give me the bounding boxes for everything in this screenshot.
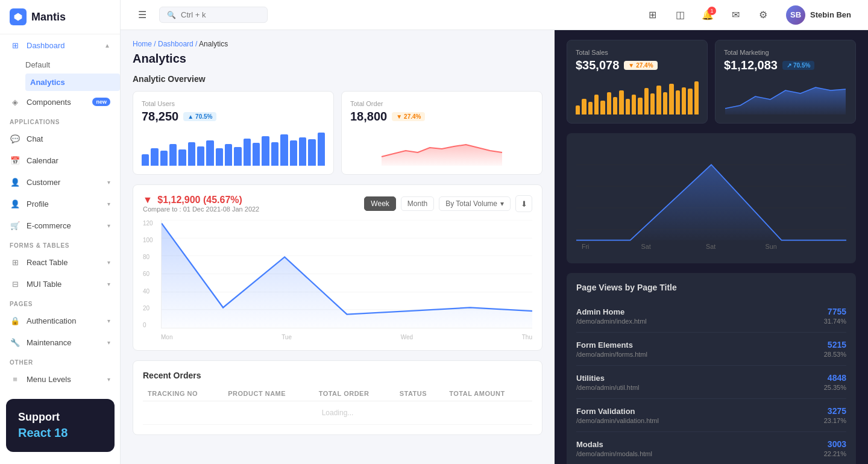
bar bbox=[216, 148, 223, 166]
stat-badge-sales: ▼ 27.4% bbox=[624, 61, 657, 70]
sidebar-item-mui-table[interactable]: ⊟ MUI Table ▾ bbox=[0, 273, 120, 295]
week-button[interactable]: Week bbox=[364, 196, 395, 211]
col-product: PRODUCT NAME bbox=[223, 386, 313, 401]
pv-pct-0: 31.74% bbox=[824, 318, 846, 325]
bar bbox=[669, 84, 673, 114]
stat-badge-users: ▲ 70.5% bbox=[183, 112, 216, 121]
income-overview-card: ▼ $1,12,900 (45.67%) Compare to : 01 Dec… bbox=[133, 184, 542, 351]
bar bbox=[169, 144, 177, 166]
sidebar-label-ecommerce: E-commerce bbox=[27, 221, 71, 230]
new-badge: new bbox=[92, 98, 110, 106]
sidebar-item-calendar[interactable]: 📅 Calendar bbox=[0, 149, 120, 171]
sidebar-item-menu-levels[interactable]: ≡ Menu Levels ▾ bbox=[0, 368, 120, 390]
sidebar-item-authentication[interactable]: 🔒 Authentication ▾ bbox=[0, 310, 120, 331]
sidebar-label-maintenance: Maintenance bbox=[27, 338, 71, 347]
y40: 40 bbox=[143, 288, 160, 295]
orders-table-body: Loading... bbox=[143, 401, 532, 425]
bar bbox=[234, 147, 241, 166]
bar bbox=[613, 97, 617, 114]
ecommerce-icon: 🛒 bbox=[10, 220, 20, 231]
y100: 100 bbox=[143, 237, 160, 243]
search-input[interactable] bbox=[181, 10, 260, 19]
hamburger-button[interactable]: ☰ bbox=[133, 5, 152, 25]
profile-icon: 👤 bbox=[10, 198, 20, 209]
breadcrumb-home[interactable]: Home bbox=[133, 40, 152, 48]
sidebar-item-customer[interactable]: 👤 Customer ▾ bbox=[0, 171, 120, 193]
sidebar-item-components[interactable]: ◈ Components new bbox=[0, 91, 120, 113]
stat-badge-orders-value: 27.4% bbox=[404, 113, 421, 120]
main-area: ☰ 🔍 ⊞ ◫ 🔔 1 ✉ ⚙ SB Stebin Ben bbox=[121, 0, 868, 464]
chart-yaxis: 120 100 80 60 40 20 0 bbox=[143, 220, 160, 328]
orders-table-header-row: TRACKING NO PRODUCT NAME TOTAL ORDER STA… bbox=[143, 386, 532, 401]
breadcrumb-analytics: Analytics bbox=[199, 40, 228, 48]
chevron-react-table-icon: ▾ bbox=[107, 259, 110, 266]
download-button[interactable]: ⬇ bbox=[515, 195, 532, 212]
orders-table: TRACKING NO PRODUCT NAME TOTAL ORDER STA… bbox=[143, 386, 532, 425]
bar bbox=[225, 144, 232, 166]
pv-stats-4: 3003 22.21% bbox=[824, 439, 846, 457]
notification-bell-button[interactable]: 🔔 1 bbox=[698, 5, 717, 25]
search-box[interactable]: 🔍 bbox=[159, 7, 268, 23]
bar bbox=[588, 102, 593, 114]
grid-icon-button[interactable]: ⊞ bbox=[643, 5, 662, 25]
notification-badge: 1 bbox=[708, 7, 716, 15]
recent-orders-title: Recent Orders bbox=[143, 371, 532, 380]
pv-url-0: /demo/admin/index.html bbox=[576, 318, 824, 325]
chevron-auth-icon: ▾ bbox=[107, 318, 110, 324]
logo[interactable]: Mantis bbox=[0, 0, 120, 34]
auth-icon: 🔒 bbox=[10, 315, 20, 326]
pv-info-1: Form Elements /demo/admin/forms.html bbox=[576, 340, 824, 358]
bar bbox=[650, 93, 655, 114]
breadcrumb-dashboard[interactable]: Dashboard bbox=[158, 40, 193, 48]
bar bbox=[576, 105, 580, 114]
bar bbox=[244, 139, 251, 166]
chevron-up-icon: ▲ bbox=[104, 42, 110, 49]
stat-badge-users-value: 70.5% bbox=[195, 113, 212, 120]
pv-info-3: Form Validation /demo/admin/validation.h… bbox=[576, 407, 824, 424]
dark-income-svg: Fri Sat Sat Sun bbox=[576, 143, 846, 251]
sidebar-item-chat[interactable]: 💬 Chat bbox=[0, 128, 120, 149]
pv-pct-4: 22.21% bbox=[824, 450, 846, 457]
sidebar-item-react-table[interactable]: ⊞ React Table ▾ bbox=[0, 251, 120, 273]
chevron-customer-icon: ▾ bbox=[107, 179, 110, 186]
mail-icon-button[interactable]: ✉ bbox=[726, 5, 745, 25]
chat-icon: 💬 bbox=[10, 133, 20, 144]
pv-title-3: Form Validation bbox=[576, 407, 824, 416]
analytic-overview-title: Analytic Overview bbox=[133, 74, 542, 84]
bar bbox=[619, 90, 623, 114]
stat-value-sales: $35,078 bbox=[576, 58, 619, 72]
bar bbox=[594, 95, 599, 114]
volume-select[interactable]: By Total Volume ▾ bbox=[439, 196, 511, 211]
sidebar-item-ecommerce[interactable]: 🛒 E-commerce ▾ bbox=[0, 215, 120, 236]
user-chip[interactable]: SB Stebin Ben bbox=[781, 3, 856, 27]
support-popup[interactable]: Support React 18 bbox=[6, 399, 115, 452]
bar bbox=[626, 99, 630, 114]
pv-title-4: Modals bbox=[576, 440, 824, 449]
settings-icon-button[interactable]: ⚙ bbox=[753, 5, 773, 25]
month-button[interactable]: Month bbox=[401, 196, 434, 211]
income-line-svg bbox=[162, 220, 532, 328]
sidebar-item-default[interactable]: Default bbox=[25, 56, 120, 74]
income-header: ▼ $1,12,900 (45.67%) Compare to : 01 Dec… bbox=[143, 195, 532, 213]
stat-cards-row: Total Users 78,250 ▲ 70.5% Total Order 1… bbox=[133, 91, 542, 175]
income-compare: Compare to : 01 Dec 2021-08 Jan 2022 bbox=[143, 205, 259, 213]
bar bbox=[638, 98, 642, 114]
sidebar-item-maintenance[interactable]: 🔧 Maintenance ▾ bbox=[0, 331, 120, 353]
dashboard-submenu: Default Analytics bbox=[0, 56, 120, 91]
bar bbox=[688, 89, 692, 114]
sidebar-item-profile[interactable]: 👤 Profile ▾ bbox=[0, 193, 120, 215]
sidebar-label-menu-levels: Menu Levels bbox=[27, 375, 71, 384]
sidebar-item-dashboard[interactable]: ⊞ Dashboard ▲ bbox=[0, 34, 120, 56]
apps-icon-button[interactable]: ◫ bbox=[670, 5, 690, 25]
pv-title-0: Admin Home bbox=[576, 307, 824, 316]
stat-card-sales: Total Sales $35,078 ▼ 27.4% bbox=[567, 40, 708, 124]
income-chart-area: 120 100 80 60 40 20 0 bbox=[143, 220, 532, 340]
brand-name: Mantis bbox=[31, 11, 66, 24]
sidebar-label-components: Components bbox=[27, 98, 71, 107]
sidebar-item-analytics[interactable]: Analytics bbox=[25, 74, 120, 91]
content-split: Home / Dashboard / Analytics Analytics A… bbox=[121, 30, 868, 464]
bar bbox=[299, 137, 306, 166]
content-dark: Total Sales $35,078 ▼ 27.4% Total Market… bbox=[555, 30, 868, 464]
pv-info-4: Modals /demo/admin/modals.html bbox=[576, 440, 824, 457]
col-total-amount: TOTAL AMOUNT bbox=[444, 386, 532, 401]
